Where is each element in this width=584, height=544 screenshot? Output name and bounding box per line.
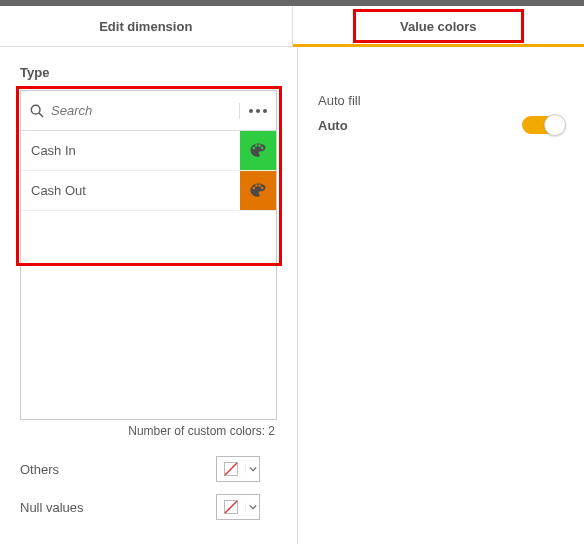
- others-color-picker[interactable]: [216, 456, 260, 482]
- autofill-toggle[interactable]: [522, 116, 564, 134]
- search-icon: [29, 103, 45, 119]
- active-tab-indicator: [293, 44, 585, 47]
- search-input[interactable]: [51, 103, 231, 118]
- list-wrapper: Cash In Cash Out: [20, 90, 277, 420]
- search-cell[interactable]: [21, 103, 240, 119]
- autofill-section: Auto fill Auto: [318, 93, 564, 134]
- null-color-picker[interactable]: [216, 494, 260, 520]
- bottom-options: Others Null values: [20, 456, 277, 520]
- null-values-row: Null values: [20, 494, 260, 520]
- palette-icon: [248, 141, 268, 161]
- list-item-label: Cash Out: [21, 171, 240, 210]
- value-list-box: Cash In Cash Out: [20, 90, 277, 420]
- auto-toggle-row: Auto: [318, 116, 564, 134]
- no-color-icon: [217, 499, 245, 515]
- palette-icon: [248, 181, 268, 201]
- type-heading: Type: [20, 65, 277, 80]
- svg-point-0: [31, 105, 40, 114]
- chevron-down-icon: [245, 465, 259, 473]
- search-row: [21, 91, 276, 131]
- left-panel: Type: [0, 47, 298, 544]
- tab-label: Edit dimension: [99, 19, 192, 34]
- others-row: Others: [20, 456, 260, 482]
- ellipsis-icon: [249, 109, 267, 113]
- color-swatch-button[interactable]: [240, 131, 276, 170]
- no-color-icon: [217, 461, 245, 477]
- others-label: Others: [20, 462, 59, 477]
- tab-edit-dimension[interactable]: Edit dimension: [0, 6, 293, 46]
- list-item-label: Cash In: [21, 131, 240, 170]
- custom-colors-count: Number of custom colors: 2: [20, 424, 277, 438]
- svg-line-5: [225, 501, 237, 513]
- tab-bar: Edit dimension Value colors: [0, 6, 584, 47]
- list-item[interactable]: Cash In: [21, 131, 276, 171]
- null-values-label: Null values: [20, 500, 84, 515]
- auto-text: Auto: [318, 118, 348, 133]
- list-item[interactable]: Cash Out: [21, 171, 276, 211]
- color-swatch-button[interactable]: [240, 171, 276, 210]
- more-actions-button[interactable]: [240, 109, 276, 113]
- svg-line-3: [225, 463, 237, 475]
- tab-value-colors[interactable]: Value colors: [293, 6, 585, 46]
- tab-label: Value colors: [400, 19, 477, 34]
- main-content: Type: [0, 47, 584, 544]
- right-panel: Auto fill Auto: [298, 47, 584, 544]
- autofill-label: Auto fill: [318, 93, 564, 108]
- svg-line-1: [39, 113, 43, 117]
- toggle-knob: [544, 114, 566, 136]
- chevron-down-icon: [245, 503, 259, 511]
